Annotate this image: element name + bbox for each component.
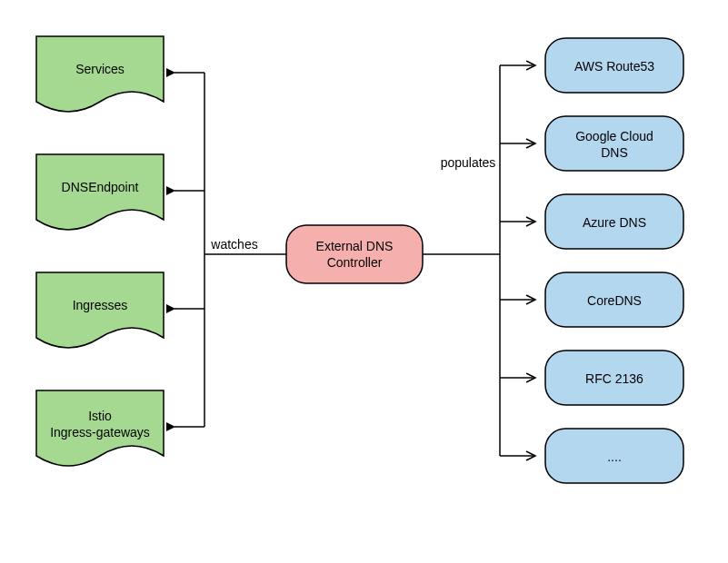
svg-text:Services: Services <box>75 62 125 76</box>
svg-text:AWS Route53: AWS Route53 <box>574 59 654 74</box>
source-dnsendpoint: DNSEndpoint <box>36 154 164 230</box>
source-label: Services <box>75 62 125 76</box>
provider-azure-dns: Azure DNS <box>545 194 683 249</box>
provider-label: RFC 2136 <box>585 371 643 386</box>
svg-rect-6 <box>545 116 683 171</box>
provider-label: Azure DNS <box>583 215 646 230</box>
source-services: Services <box>36 36 164 112</box>
svg-text:RFC 2136: RFC 2136 <box>585 371 643 386</box>
svg-text:CoreDNS: CoreDNS <box>587 293 642 308</box>
external-dns-controller: External DNS Controller <box>286 225 423 283</box>
provider-google-cloud-dns: Google Cloud DNS <box>545 116 683 171</box>
populates-label: populates <box>441 155 496 170</box>
svg-text:....: .... <box>607 449 622 464</box>
provider-label: CoreDNS <box>587 293 642 308</box>
source-label: DNSEndpoint <box>62 180 139 194</box>
watches-label: watches <box>210 237 257 252</box>
provider-gcp-line2: DNS <box>601 145 628 160</box>
provider-more: .... <box>545 429 683 483</box>
controller-label-line2: Controller <box>327 255 383 270</box>
provider-label: AWS Route53 <box>574 59 654 74</box>
provider-aws-route53: AWS Route53 <box>545 38 683 93</box>
svg-text:Azure DNS: Azure DNS <box>583 215 646 230</box>
svg-text:DNSEndpoint: DNSEndpoint <box>62 180 139 194</box>
provider-label: .... <box>607 449 622 464</box>
provider-gcp-line1: Google Cloud <box>575 129 653 143</box>
source-label-istio-line1: Istio <box>88 409 112 423</box>
source-label-istio-line2: Ingress-gateways <box>50 425 150 440</box>
provider-coredns: CoreDNS <box>545 272 683 327</box>
controller-label-line1: External DNS <box>316 239 394 253</box>
provider-rfc-2136: RFC 2136 <box>545 351 683 405</box>
source-ingresses: Ingresses <box>36 272 164 348</box>
source-istio-ingress-gateways: Istio Ingress-gateways <box>36 390 164 466</box>
source-label: Ingresses <box>73 298 128 312</box>
svg-text:Ingresses: Ingresses <box>73 298 128 312</box>
